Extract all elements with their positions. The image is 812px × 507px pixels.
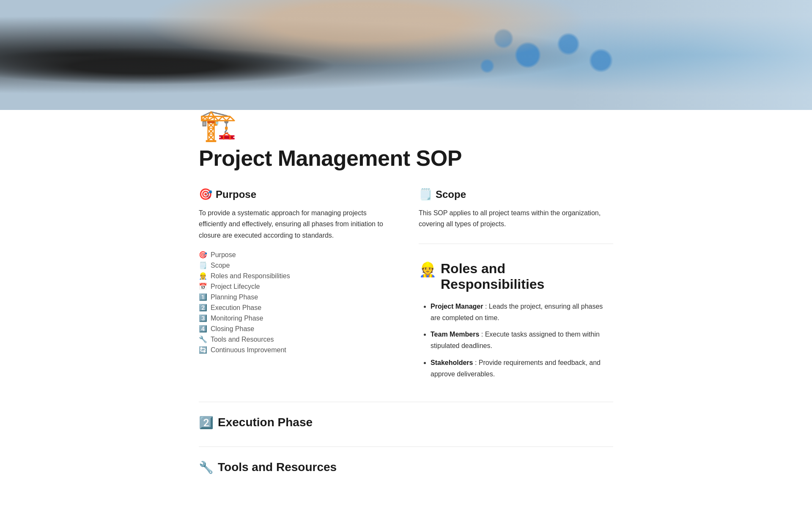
role-item-stakeholders: Stakeholders : Provide requirements and … xyxy=(431,357,613,380)
tools-section: 🔧 Tools and Resources xyxy=(199,460,613,474)
execution-phase-section: 2️⃣ Execution Phase xyxy=(199,416,613,430)
roles-section: 👷 Roles andResponsibilities Project Mana… xyxy=(419,261,613,380)
toc-emoji-monitoring: 3️⃣ xyxy=(199,314,207,322)
role-item-pm: Project Manager : Leads the project, ens… xyxy=(431,301,613,323)
toc-label-lifecycle: Project Lifecycle xyxy=(211,283,260,290)
purpose-heading: 🎯 Purpose xyxy=(199,188,393,201)
scope-heading: 🗒️ Scope xyxy=(419,188,613,201)
roles-heading: 👷 Roles andResponsibilities xyxy=(419,261,613,292)
toc-emoji-execution: 2️⃣ xyxy=(199,304,207,312)
toc-item-planning[interactable]: 1️⃣ Planning Phase xyxy=(199,292,393,302)
toc-label-closing: Closing Phase xyxy=(211,325,254,333)
execution-emoji: 2️⃣ xyxy=(199,416,214,430)
toc-emoji-continuous: 🔄 xyxy=(199,346,207,354)
tools-emoji: 🔧 xyxy=(199,460,214,474)
divider-1 xyxy=(419,244,613,244)
hero-overlay xyxy=(0,0,812,110)
toc-label-monitoring: Monitoring Phase xyxy=(211,315,263,322)
toc-label-planning: Planning Phase xyxy=(211,293,258,301)
toc-label-purpose: Purpose xyxy=(211,251,236,259)
roles-list: Project Manager : Leads the project, ens… xyxy=(419,301,613,380)
role-team-title: Team Members xyxy=(431,331,479,338)
role-pm-title: Project Manager xyxy=(431,303,483,310)
toc-label-execution: Execution Phase xyxy=(211,304,261,312)
purpose-section: 🎯 Purpose To provide a systematic approa… xyxy=(199,188,393,241)
divider-3 xyxy=(199,447,613,447)
roles-heading-text: Roles andResponsibilities xyxy=(441,261,544,292)
top-two-col: 🎯 Purpose To provide a systematic approa… xyxy=(199,188,613,385)
toc-emoji-lifecycle: 📅 xyxy=(199,282,207,290)
left-column: 🎯 Purpose To provide a systematic approa… xyxy=(199,188,393,385)
toc-emoji-tools: 🔧 xyxy=(199,335,207,343)
toc-emoji-roles: 👷 xyxy=(199,272,207,280)
toc-label-scope: Scope xyxy=(211,262,230,269)
scope-emoji: 🗒️ xyxy=(419,188,432,201)
roles-emoji: 👷 xyxy=(419,261,436,278)
execution-heading-text: Execution Phase xyxy=(218,416,313,429)
toc-item-closing[interactable]: 4️⃣ Closing Phase xyxy=(199,323,393,334)
tools-heading: 🔧 Tools and Resources xyxy=(199,460,613,474)
toc-label-tools: Tools and Resources xyxy=(211,336,274,343)
toc-emoji-purpose: 🎯 xyxy=(199,251,207,259)
toc-item-execution[interactable]: 2️⃣ Execution Phase xyxy=(199,302,393,313)
main-content: 🏗️ Project Management SOP 🎯 Purpose To p… xyxy=(173,101,639,507)
toc-emoji-planning: 1️⃣ xyxy=(199,293,207,301)
role-stakeholders-title: Stakeholders xyxy=(431,359,473,366)
scope-heading-text: Scope xyxy=(436,189,466,200)
role-item-team: Team Members : Execute tasks assigned to… xyxy=(431,329,613,351)
toc-item-scope[interactable]: 🗒️ Scope xyxy=(199,260,393,271)
toc-item-continuous[interactable]: 🔄 Continuous Improvement xyxy=(199,345,393,355)
toc-item-tools[interactable]: 🔧 Tools and Resources xyxy=(199,334,393,345)
toc-item-monitoring[interactable]: 3️⃣ Monitoring Phase xyxy=(199,313,393,323)
purpose-body: To provide a systematic approach for man… xyxy=(199,208,393,241)
purpose-heading-text: Purpose xyxy=(216,189,256,200)
toc-item-purpose[interactable]: 🎯 Purpose xyxy=(199,249,393,260)
hero-image xyxy=(0,0,812,110)
purpose-emoji: 🎯 xyxy=(199,188,212,201)
page-title: Project Management SOP xyxy=(199,145,613,171)
scope-section: 🗒️ Scope This SOP applies to all project… xyxy=(419,188,613,230)
toc-label-roles: Roles and Responsibilities xyxy=(211,272,290,280)
toc-emoji-scope: 🗒️ xyxy=(199,261,207,269)
toc-emoji-closing: 4️⃣ xyxy=(199,325,207,333)
right-column: 🗒️ Scope This SOP applies to all project… xyxy=(419,188,613,385)
table-of-contents: 🎯 Purpose 🗒️ Scope 👷 Roles and Responsib… xyxy=(199,249,393,355)
tools-heading-text: Tools and Resources xyxy=(218,460,337,474)
toc-item-lifecycle[interactable]: 📅 Project Lifecycle xyxy=(199,281,393,292)
divider-2 xyxy=(199,402,613,402)
toc-item-roles[interactable]: 👷 Roles and Responsibilities xyxy=(199,271,393,281)
toc-label-continuous: Continuous Improvement xyxy=(211,346,286,354)
execution-phase-heading: 2️⃣ Execution Phase xyxy=(199,416,613,430)
scope-body: This SOP applies to all project teams wi… xyxy=(419,208,613,230)
